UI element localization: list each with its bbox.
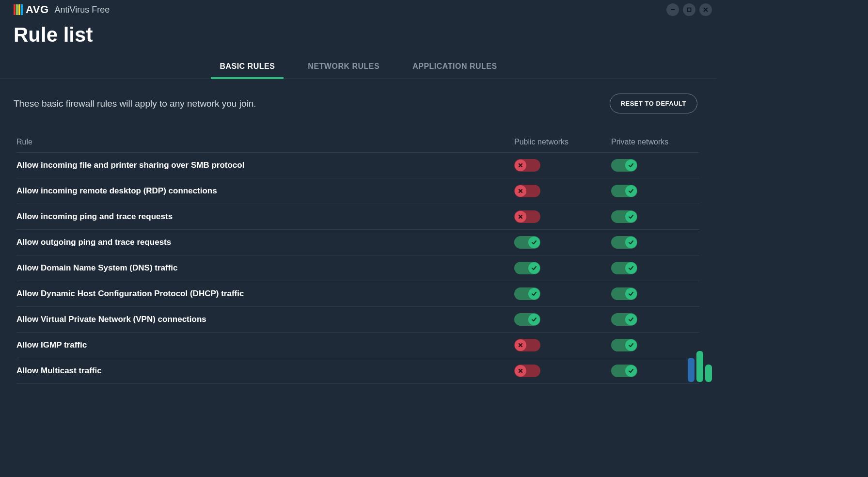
table-row: Allow IGMP traffic <box>16 333 699 358</box>
cross-icon <box>518 162 523 168</box>
toggle-private[interactable] <box>611 262 637 274</box>
table-row: Allow incoming ping and trace requests <box>16 204 699 230</box>
cell-public <box>505 185 602 197</box>
column-private: Private networks <box>602 138 699 146</box>
close-icon <box>703 7 709 13</box>
toggle-public[interactable] <box>514 185 540 197</box>
check-icon <box>628 214 634 220</box>
toggle-private[interactable] <box>611 159 637 172</box>
column-public: Public networks <box>505 138 602 146</box>
cell-private <box>602 262 699 274</box>
window-controls <box>666 3 712 16</box>
check-icon <box>628 162 634 168</box>
table-row: Allow incoming remote desktop (RDP) conn… <box>16 178 699 204</box>
check-icon <box>628 265 634 271</box>
cell-public <box>505 236 602 249</box>
rule-name: Allow Dynamic Host Configuration Protoco… <box>16 289 505 299</box>
rule-name: Allow incoming file and printer sharing … <box>16 160 505 170</box>
decorative-bars-icon <box>688 351 712 382</box>
rules-table: Rule Public networks Private networks Al… <box>0 123 717 384</box>
minimize-button[interactable] <box>666 3 679 16</box>
app-name: AntiVirus Free <box>55 5 110 15</box>
check-icon <box>531 291 537 297</box>
rule-name: Allow Domain Name System (DNS) traffic <box>16 263 505 273</box>
app-logo: AVG <box>14 3 49 16</box>
maximize-button[interactable] <box>683 3 695 16</box>
toggle-private[interactable] <box>611 287 637 300</box>
cell-private <box>602 365 699 377</box>
check-icon <box>531 239 537 245</box>
toggle-public[interactable] <box>514 365 540 377</box>
table-row: Allow Virtual Private Network (VPN) conn… <box>16 307 699 333</box>
toggle-private[interactable] <box>611 236 637 249</box>
cell-public <box>505 287 602 300</box>
toggle-private[interactable] <box>611 210 637 223</box>
cross-icon <box>518 214 523 220</box>
check-icon <box>628 317 634 322</box>
table-row: Allow Domain Name System (DNS) traffic <box>16 255 699 281</box>
check-icon <box>628 239 634 245</box>
cross-icon <box>518 342 523 348</box>
check-icon <box>531 317 537 322</box>
toggle-public[interactable] <box>514 236 540 249</box>
cross-icon <box>518 188 523 194</box>
column-rule: Rule <box>16 138 505 146</box>
cell-private <box>602 159 699 172</box>
maximize-icon <box>686 7 692 13</box>
toggle-public[interactable] <box>514 210 540 223</box>
toggle-private[interactable] <box>611 313 637 326</box>
check-icon <box>531 265 537 271</box>
rule-name: Allow incoming remote desktop (RDP) conn… <box>16 186 505 196</box>
close-button[interactable] <box>699 3 712 16</box>
brand-text: AVG <box>26 3 49 16</box>
tab-application-rules[interactable]: APPLICATION RULES <box>408 55 502 79</box>
rules-description: These basic firewall rules will apply to… <box>14 98 256 109</box>
table-row: Allow Dynamic Host Configuration Protoco… <box>16 281 699 307</box>
rule-name: Allow IGMP traffic <box>16 340 505 350</box>
cell-private <box>602 339 699 351</box>
check-icon <box>628 291 634 297</box>
logo-bars-icon <box>14 4 23 15</box>
toggle-public[interactable] <box>514 339 540 351</box>
tabs: BASIC RULESNETWORK RULESAPPLICATION RULE… <box>0 55 717 79</box>
table-row: Allow outgoing ping and trace requests <box>16 230 699 255</box>
titlebar-left: AVG AntiVirus Free <box>14 3 110 16</box>
rule-name: Allow outgoing ping and trace requests <box>16 238 505 247</box>
cell-private <box>602 287 699 300</box>
cell-private <box>602 313 699 326</box>
rule-name: Allow incoming ping and trace requests <box>16 212 505 222</box>
rule-name: Allow Virtual Private Network (VPN) conn… <box>16 315 505 324</box>
cross-icon <box>518 368 523 374</box>
cell-private <box>602 236 699 249</box>
toggle-private[interactable] <box>611 339 637 351</box>
check-icon <box>628 188 634 194</box>
reset-to-default-button[interactable]: RESET TO DEFAULT <box>610 94 697 113</box>
table-row: Allow Multicast traffic <box>16 358 699 384</box>
rule-name: Allow Multicast traffic <box>16 366 505 376</box>
toggle-private[interactable] <box>611 365 637 377</box>
toggle-public[interactable] <box>514 159 540 172</box>
cell-public <box>505 262 602 274</box>
cell-public <box>505 210 602 223</box>
cell-public <box>505 313 602 326</box>
titlebar: AVG AntiVirus Free <box>0 0 717 16</box>
toggle-public[interactable] <box>514 313 540 326</box>
subheader: These basic firewall rules will apply to… <box>0 79 717 123</box>
check-icon <box>628 368 634 374</box>
page-title: Rule list <box>0 16 717 55</box>
cell-private <box>602 210 699 223</box>
tab-network-rules[interactable]: NETWORK RULES <box>303 55 384 79</box>
toggle-public[interactable] <box>514 262 540 274</box>
cell-private <box>602 185 699 197</box>
cell-public <box>505 159 602 172</box>
table-header: Rule Public networks Private networks <box>16 138 699 153</box>
toggle-public[interactable] <box>514 287 540 300</box>
toggle-private[interactable] <box>611 185 637 197</box>
minimize-icon <box>670 7 676 13</box>
tab-basic-rules[interactable]: BASIC RULES <box>215 55 280 79</box>
cell-public <box>505 365 602 377</box>
cell-public <box>505 339 602 351</box>
svg-rect-1 <box>688 8 691 12</box>
check-icon <box>628 342 634 348</box>
table-row: Allow incoming file and printer sharing … <box>16 153 699 178</box>
